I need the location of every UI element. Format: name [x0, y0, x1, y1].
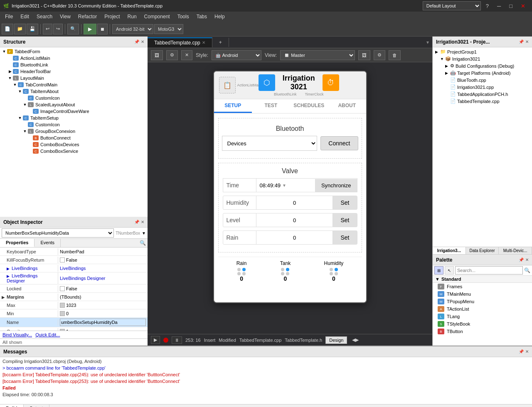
prop-value-livebindingsdesigner[interactable]: LiveBindings Designer — [58, 275, 148, 282]
quick-edit-link[interactable]: Quick Edit... — [35, 332, 60, 337]
project-item-bluetooth-cpp[interactable]: 📄 BlueTooth.cpp — [433, 76, 531, 83]
checkbox-killfocus[interactable] — [60, 257, 65, 262]
message-line-1[interactable]: > bccaarm command line for 'TabbedTempla… — [2, 365, 530, 371]
humidity-set-btn[interactable]: Set — [332, 196, 357, 209]
expand-irrigation3021[interactable]: ▼ — [440, 57, 445, 61]
save-btn[interactable]: 💾 — [27, 24, 38, 34]
design-toggle-btn[interactable]: ◀▶ — [352, 337, 359, 343]
expand-headertoolbar[interactable]: ▶ — [7, 69, 12, 74]
expand-livebindings[interactable]: ▶ — [7, 267, 10, 271]
prop-value-max[interactable]: 1023 — [58, 302, 148, 309]
device-selector[interactable]: MotoG3 — [154, 24, 183, 34]
expand-build-configs[interactable]: ▶ — [445, 64, 450, 68]
prop-value-locked[interactable]: False — [58, 285, 148, 292]
menu-project[interactable]: Project — [101, 13, 123, 20]
oi-close-btn[interactable]: ✕ — [141, 220, 144, 224]
tree-item-customicon-2[interactable]: C CustomIcon — [1, 121, 147, 128]
project-item-group1[interactable]: ▶ 📁 ProjectGroup1 — [433, 48, 531, 55]
menu-component[interactable]: Component — [141, 13, 173, 20]
tree-item-scaledlayoutabout[interactable]: ▼ L ScaledLayoutAbout — [1, 101, 147, 108]
menu-edit[interactable]: Edit — [17, 13, 32, 20]
view-selector[interactable]: 🔲 Master — [280, 50, 355, 60]
expand-scaledlayoutabout[interactable]: ▼ — [22, 103, 27, 107]
project-item-target-platforms[interactable]: ▶ 🤖 Target Platforms (Android) — [433, 69, 531, 76]
menu-run[interactable]: Run — [124, 13, 140, 20]
tree-item-headertoolbar[interactable]: ▶ C HeaderToolBar — [1, 68, 147, 75]
prop-value-livebindings[interactable]: LiveBindings — [58, 265, 148, 272]
expand-group1[interactable]: ▶ — [435, 50, 440, 54]
menu-tabs[interactable]: Tabs — [193, 13, 210, 20]
palette-item-tlang[interactable]: L TLang — [433, 313, 532, 320]
messages-pin-btn[interactable]: 📌 — [519, 349, 524, 354]
designer-toolbar-icon-btn[interactable]: 🖼 — [151, 50, 163, 60]
expand-groupboxconexion[interactable]: ▼ — [22, 129, 27, 133]
messages-close-btn[interactable]: ✕ — [525, 349, 529, 354]
project-pin-btn[interactable]: 📌 — [519, 39, 524, 44]
tree-item-bluetoothlink[interactable]: C BluetoothLink — [1, 61, 147, 68]
menu-tools[interactable]: Tools — [174, 13, 192, 20]
expand-target-platforms[interactable]: ▶ — [445, 71, 450, 75]
expand-livebindingsdesigner[interactable]: ▶ — [7, 274, 10, 278]
tab-events[interactable]: Events — [34, 239, 61, 247]
bind-visually-link[interactable]: Bind Visually... — [2, 332, 32, 337]
prop-value-name[interactable] — [58, 318, 148, 327]
messages-tab-build[interactable]: Build — [0, 405, 24, 407]
project-tab-irrigation[interactable]: Irrigation3... — [433, 247, 466, 254]
prop-value-min[interactable]: 0 — [58, 310, 148, 317]
tree-item-tabbedform[interactable]: ▼ F TabbedForm — [1, 48, 147, 55]
designer-toolbar-btn2[interactable]: ⚙ — [166, 50, 178, 60]
tree-item-actionlistmain[interactable]: C ActionListMain — [1, 55, 147, 61]
expand-tabbedform[interactable]: ▼ — [2, 49, 7, 54]
minimize-btn[interactable]: ─ — [494, 2, 504, 10]
connect-btn[interactable]: Connect — [320, 136, 358, 150]
record-btn[interactable] — [163, 338, 168, 343]
palette-item-tactionlist[interactable]: A TActionList — [433, 305, 532, 313]
tree-item-tabitemsetup[interactable]: ▼ C TabItemSetup — [1, 115, 147, 121]
view-btn3[interactable]: 🗑 — [389, 50, 401, 60]
view-btn1[interactable]: 🖼 — [358, 50, 370, 60]
tab-close-tabbedtemplate[interactable]: ✕ — [202, 40, 205, 45]
palette-arrow-btn[interactable]: ↖ — [445, 266, 454, 275]
tree-item-groupboxconexion[interactable]: ▼ L GroupBoxConexion — [1, 128, 147, 135]
palette-item-tstylebook[interactable]: S TStyleBook — [433, 320, 532, 328]
project-item-build-configs[interactable]: ▶ ⚙ Build Configurations (Debug) — [433, 62, 531, 69]
palette-grid-btn[interactable]: ⊞ — [434, 266, 443, 275]
tab-overflow[interactable]: ▾ — [423, 39, 432, 45]
undo-btn[interactable]: ↩ — [43, 24, 52, 34]
tree-item-tabitemabout[interactable]: ▼ C TabItemAbout — [1, 88, 147, 95]
project-item-pch[interactable]: 📄 TabbedApplicationPCH.h — [433, 91, 531, 98]
devices-combo[interactable]: Devices — [222, 136, 318, 151]
structure-close-btn[interactable]: ✕ — [141, 39, 144, 44]
oi-pin-btn[interactable]: 📌 — [134, 220, 139, 224]
prop-value-killfocusbyreturn[interactable]: False — [58, 257, 148, 263]
rain-set-btn[interactable]: Set — [332, 231, 357, 244]
redo-btn[interactable]: ↪ — [53, 24, 63, 34]
tree-item-comboboxservice[interactable]: C ComboBoxService — [1, 148, 147, 154]
layout-selector[interactable]: Default Layout — [423, 1, 481, 10]
checkbox-locked[interactable] — [60, 286, 65, 291]
palette-item-tpopupmenu[interactable]: M TPopupMenu — [433, 298, 532, 305]
structure-pin-btn[interactable]: 📌 — [134, 39, 139, 44]
oi-dropdown-btn[interactable]: ▼ — [142, 231, 146, 235]
help-btn[interactable]: ? — [483, 2, 492, 10]
palette-pin-btn[interactable]: 📌 — [519, 257, 524, 262]
design-view-btn[interactable]: Design — [325, 336, 347, 344]
project-item-tabbed-cpp[interactable]: 📄 TabbedTemplate.cpp — [433, 98, 531, 105]
palette-item-tmainmenu[interactable]: M TMainMenu — [433, 290, 532, 298]
project-tab-multidevice[interactable]: Multi-Devic... — [499, 247, 532, 254]
palette-search-icon[interactable]: 🔍 — [524, 267, 530, 273]
app-tab-schedules[interactable]: SCHEDULES — [290, 99, 328, 113]
tree-item-customicon-1[interactable]: C CustomIcon — [1, 95, 147, 101]
tree-item-comboboxdevices[interactable]: C ComboBoxDevices — [1, 141, 147, 148]
expand-tabitemsetup[interactable]: ▼ — [17, 116, 22, 120]
close-btn[interactable]: ✕ — [517, 2, 529, 10]
open-btn[interactable]: 📁 — [14, 24, 26, 34]
prop-value-keyboardtype[interactable]: NumberPad — [58, 248, 148, 255]
stop-btn[interactable]: ⏹ — [97, 24, 108, 34]
menu-refactor[interactable]: Refactor — [75, 13, 100, 20]
menu-help[interactable]: Help — [211, 13, 228, 20]
tab-tabbedtemplate[interactable]: TabbedTemplate.cpp ✕ — [148, 37, 212, 47]
expand-layoutmain[interactable]: ▼ — [7, 76, 12, 80]
tree-item-layoutmain[interactable]: ▼ L LayoutMain — [1, 75, 147, 81]
palette-search-input[interactable] — [455, 266, 523, 275]
